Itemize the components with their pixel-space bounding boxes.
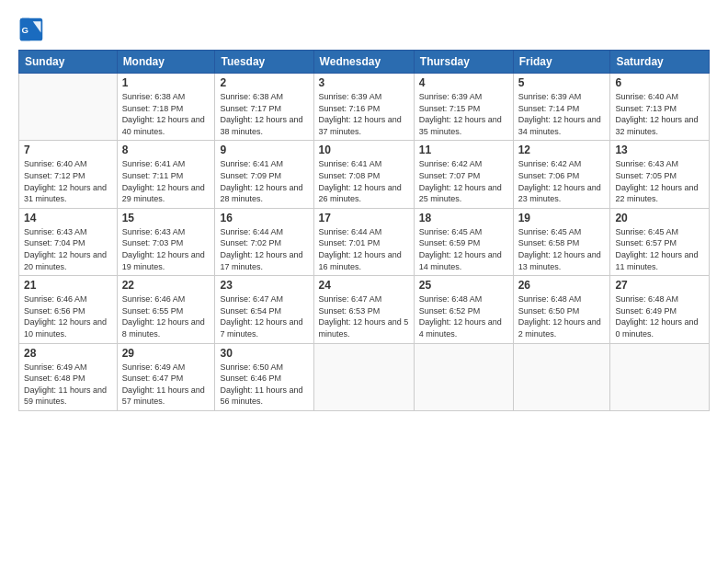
calendar-cell: 4Sunrise: 6:39 AMSunset: 7:15 PMDaylight… bbox=[414, 74, 513, 141]
week-row-2: 7Sunrise: 6:40 AMSunset: 7:12 PMDaylight… bbox=[19, 141, 710, 208]
calendar-cell: 26Sunrise: 6:48 AMSunset: 6:50 PMDayligh… bbox=[513, 276, 610, 343]
calendar-cell: 6Sunrise: 6:40 AMSunset: 7:13 PMDaylight… bbox=[610, 74, 710, 141]
logo-icon: G bbox=[18, 17, 44, 42]
day-number: 18 bbox=[419, 212, 508, 224]
day-info: Sunrise: 6:50 AMSunset: 6:46 PMDaylight:… bbox=[220, 362, 308, 408]
day-info: Sunrise: 6:43 AMSunset: 7:03 PMDaylight:… bbox=[122, 226, 210, 272]
calendar-cell: 7Sunrise: 6:40 AMSunset: 7:12 PMDaylight… bbox=[19, 141, 118, 208]
day-info: Sunrise: 6:38 AMSunset: 7:18 PMDaylight:… bbox=[122, 91, 210, 137]
day-info: Sunrise: 6:41 AMSunset: 7:09 PMDaylight:… bbox=[220, 158, 308, 204]
header: G bbox=[18, 17, 710, 42]
day-number: 13 bbox=[615, 144, 704, 156]
week-row-3: 14Sunrise: 6:43 AMSunset: 7:04 PMDayligh… bbox=[19, 208, 710, 275]
week-row-4: 21Sunrise: 6:46 AMSunset: 6:56 PMDayligh… bbox=[19, 276, 710, 343]
day-info: Sunrise: 6:42 AMSunset: 7:07 PMDaylight:… bbox=[419, 158, 508, 204]
day-number: 2 bbox=[220, 76, 308, 89]
calendar-cell: 14Sunrise: 6:43 AMSunset: 7:04 PMDayligh… bbox=[19, 208, 118, 275]
day-number: 3 bbox=[319, 76, 409, 89]
day-number: 6 bbox=[615, 76, 704, 89]
day-info: Sunrise: 6:45 AMSunset: 6:57 PMDaylight:… bbox=[615, 226, 704, 272]
calendar-cell: 29Sunrise: 6:49 AMSunset: 6:47 PMDayligh… bbox=[117, 343, 215, 410]
calendar-cell: 25Sunrise: 6:48 AMSunset: 6:52 PMDayligh… bbox=[414, 276, 513, 343]
weekday-header-tuesday: Tuesday bbox=[215, 51, 313, 74]
day-number: 24 bbox=[319, 279, 409, 292]
day-info: Sunrise: 6:43 AMSunset: 7:05 PMDaylight:… bbox=[615, 158, 704, 204]
calendar-cell: 12Sunrise: 6:42 AMSunset: 7:06 PMDayligh… bbox=[513, 141, 610, 208]
logo: G bbox=[18, 17, 48, 42]
day-info: Sunrise: 6:45 AMSunset: 6:58 PMDaylight:… bbox=[518, 226, 606, 272]
day-info: Sunrise: 6:41 AMSunset: 7:11 PMDaylight:… bbox=[122, 158, 210, 204]
day-number: 21 bbox=[24, 279, 112, 292]
day-info: Sunrise: 6:48 AMSunset: 6:50 PMDaylight:… bbox=[518, 293, 606, 339]
day-number: 7 bbox=[24, 144, 112, 156]
page: G SundayMondayTuesdayWednesdayThursdayFr… bbox=[0, 0, 728, 563]
day-info: Sunrise: 6:41 AMSunset: 7:08 PMDaylight:… bbox=[319, 158, 409, 204]
day-number: 1 bbox=[122, 76, 210, 89]
day-number: 12 bbox=[518, 144, 606, 156]
day-info: Sunrise: 6:47 AMSunset: 6:54 PMDaylight:… bbox=[220, 293, 308, 339]
day-info: Sunrise: 6:40 AMSunset: 7:13 PMDaylight:… bbox=[615, 91, 704, 137]
day-info: Sunrise: 6:44 AMSunset: 7:01 PMDaylight:… bbox=[319, 226, 409, 272]
calendar-cell: 20Sunrise: 6:45 AMSunset: 6:57 PMDayligh… bbox=[610, 208, 710, 275]
day-number: 4 bbox=[419, 76, 508, 89]
day-number: 15 bbox=[122, 212, 210, 224]
calendar-cell bbox=[513, 343, 610, 410]
svg-text:G: G bbox=[22, 25, 28, 35]
weekday-header-thursday: Thursday bbox=[414, 51, 513, 74]
calendar-cell: 24Sunrise: 6:47 AMSunset: 6:53 PMDayligh… bbox=[313, 276, 414, 343]
day-number: 30 bbox=[220, 347, 308, 360]
calendar-cell: 15Sunrise: 6:43 AMSunset: 7:03 PMDayligh… bbox=[117, 208, 215, 275]
calendar-cell bbox=[19, 74, 118, 141]
week-row-5: 28Sunrise: 6:49 AMSunset: 6:48 PMDayligh… bbox=[19, 343, 710, 410]
day-info: Sunrise: 6:47 AMSunset: 6:53 PMDaylight:… bbox=[319, 293, 409, 339]
day-number: 16 bbox=[220, 212, 308, 224]
calendar: SundayMondayTuesdayWednesdayThursdayFrid… bbox=[18, 50, 710, 411]
day-info: Sunrise: 6:48 AMSunset: 6:52 PMDaylight:… bbox=[419, 293, 508, 339]
calendar-cell: 9Sunrise: 6:41 AMSunset: 7:09 PMDaylight… bbox=[215, 141, 313, 208]
day-info: Sunrise: 6:46 AMSunset: 6:55 PMDaylight:… bbox=[122, 293, 210, 339]
day-number: 9 bbox=[220, 144, 308, 156]
day-number: 20 bbox=[615, 212, 704, 224]
calendar-cell bbox=[610, 343, 710, 410]
calendar-cell: 16Sunrise: 6:44 AMSunset: 7:02 PMDayligh… bbox=[215, 208, 313, 275]
weekday-header-wednesday: Wednesday bbox=[313, 51, 414, 74]
calendar-cell bbox=[313, 343, 414, 410]
calendar-cell: 10Sunrise: 6:41 AMSunset: 7:08 PMDayligh… bbox=[313, 141, 414, 208]
calendar-cell: 21Sunrise: 6:46 AMSunset: 6:56 PMDayligh… bbox=[19, 276, 118, 343]
weekday-header-row: SundayMondayTuesdayWednesdayThursdayFrid… bbox=[19, 51, 710, 74]
day-info: Sunrise: 6:49 AMSunset: 6:47 PMDaylight:… bbox=[122, 362, 210, 408]
day-info: Sunrise: 6:45 AMSunset: 6:59 PMDaylight:… bbox=[419, 226, 508, 272]
calendar-cell: 27Sunrise: 6:48 AMSunset: 6:49 PMDayligh… bbox=[610, 276, 710, 343]
day-number: 29 bbox=[122, 347, 210, 360]
calendar-cell: 30Sunrise: 6:50 AMSunset: 6:46 PMDayligh… bbox=[215, 343, 313, 410]
weekday-header-saturday: Saturday bbox=[610, 51, 710, 74]
calendar-cell: 19Sunrise: 6:45 AMSunset: 6:58 PMDayligh… bbox=[513, 208, 610, 275]
day-number: 17 bbox=[319, 212, 409, 224]
day-info: Sunrise: 6:49 AMSunset: 6:48 PMDaylight:… bbox=[24, 362, 112, 408]
calendar-cell: 3Sunrise: 6:39 AMSunset: 7:16 PMDaylight… bbox=[313, 74, 414, 141]
day-number: 27 bbox=[615, 279, 704, 292]
day-number: 19 bbox=[518, 212, 606, 224]
day-number: 10 bbox=[319, 144, 409, 156]
day-info: Sunrise: 6:44 AMSunset: 7:02 PMDaylight:… bbox=[220, 226, 308, 272]
day-number: 28 bbox=[24, 347, 112, 360]
calendar-cell: 8Sunrise: 6:41 AMSunset: 7:11 PMDaylight… bbox=[117, 141, 215, 208]
calendar-cell bbox=[414, 343, 513, 410]
calendar-cell: 1Sunrise: 6:38 AMSunset: 7:18 PMDaylight… bbox=[117, 74, 215, 141]
calendar-cell: 11Sunrise: 6:42 AMSunset: 7:07 PMDayligh… bbox=[414, 141, 513, 208]
day-info: Sunrise: 6:39 AMSunset: 7:15 PMDaylight:… bbox=[419, 91, 508, 137]
day-info: Sunrise: 6:40 AMSunset: 7:12 PMDaylight:… bbox=[24, 158, 112, 204]
weekday-header-monday: Monday bbox=[117, 51, 215, 74]
calendar-cell: 5Sunrise: 6:39 AMSunset: 7:14 PMDaylight… bbox=[513, 74, 610, 141]
calendar-cell: 13Sunrise: 6:43 AMSunset: 7:05 PMDayligh… bbox=[610, 141, 710, 208]
weekday-header-sunday: Sunday bbox=[19, 51, 118, 74]
day-number: 22 bbox=[122, 279, 210, 292]
week-row-1: 1Sunrise: 6:38 AMSunset: 7:18 PMDaylight… bbox=[19, 74, 710, 141]
day-number: 5 bbox=[518, 76, 606, 89]
day-info: Sunrise: 6:43 AMSunset: 7:04 PMDaylight:… bbox=[24, 226, 112, 272]
calendar-cell: 2Sunrise: 6:38 AMSunset: 7:17 PMDaylight… bbox=[215, 74, 313, 141]
calendar-cell: 22Sunrise: 6:46 AMSunset: 6:55 PMDayligh… bbox=[117, 276, 215, 343]
day-number: 25 bbox=[419, 279, 508, 292]
day-info: Sunrise: 6:39 AMSunset: 7:16 PMDaylight:… bbox=[319, 91, 409, 137]
day-info: Sunrise: 6:48 AMSunset: 6:49 PMDaylight:… bbox=[615, 293, 704, 339]
